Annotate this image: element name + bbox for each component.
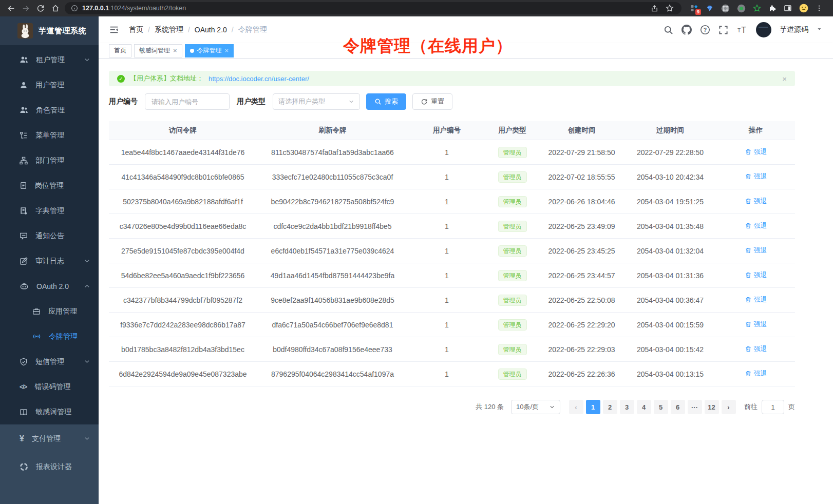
browser-menu-icon[interactable] [816, 4, 823, 12]
cell-access-token: b0d1785bc3a8482f812db4a3f3bd15ec [109, 345, 257, 354]
github-icon[interactable] [681, 25, 692, 35]
force-logout-button[interactable]: 强退 [745, 344, 767, 354]
sidebar-item-audit[interactable]: 审计日志 [0, 248, 99, 274]
sidebar-item-notice[interactable]: 通知公告 [0, 223, 99, 248]
app-icon [32, 307, 41, 316]
sidebar-item-role[interactable]: 角色管理 [0, 98, 99, 123]
table-row: 275e5de9151045fe87cbdc395e004f4de6cfd40e… [109, 239, 795, 263]
cell-expire-time: 2054-03-04 01:35:48 [624, 222, 716, 230]
force-logout-button[interactable]: 强退 [745, 369, 767, 378]
recorder-extension-icon[interactable] [737, 4, 746, 13]
profile-avatar-icon[interactable] [799, 4, 808, 13]
force-logout-button[interactable]: 强退 [745, 246, 767, 255]
post-icon [20, 182, 27, 189]
next-page-button[interactable]: › [722, 400, 736, 414]
sidebar-item-sensitive-word[interactable]: 敏感词管理 [0, 399, 99, 424]
share-icon[interactable] [649, 3, 660, 14]
tab-manager-extension-icon[interactable]: 9 [690, 4, 698, 12]
sidebar-item-tenant[interactable]: 租户管理 [0, 47, 99, 72]
gem-extension-icon[interactable] [706, 4, 714, 12]
user-type-select[interactable]: 请选择用户类型 [273, 93, 360, 110]
force-logout-button[interactable]: 强退 [745, 221, 767, 230]
page-number-button[interactable]: 4 [637, 400, 651, 414]
tab-home[interactable]: 首页 [109, 44, 131, 57]
reload-icon[interactable] [35, 3, 46, 14]
extensions-puzzle-icon[interactable] [768, 4, 777, 12]
page-number-button[interactable]: 2 [603, 400, 617, 414]
sidebar-item-post[interactable]: 岗位管理 [0, 173, 99, 198]
address-bar[interactable]: 127.0.0.1:1024/system/oauth2/token [65, 2, 681, 14]
column-header: 刷新令牌 [257, 126, 408, 135]
success-check-icon: ✓ [117, 75, 125, 83]
star-extension-icon[interactable] [753, 4, 761, 12]
page-number-button[interactable]: 5 [654, 400, 668, 414]
page-number-button[interactable]: ··· [688, 400, 702, 414]
breadcrumb-item[interactable]: OAuth 2.0 [195, 26, 227, 34]
sidebar-item-dict[interactable]: 字典管理 [0, 198, 99, 223]
user-type-tag: 管理员 [498, 147, 527, 158]
search-icon[interactable] [664, 25, 673, 35]
alert-close-icon[interactable]: × [782, 74, 787, 83]
page-number-button[interactable]: 3 [620, 400, 634, 414]
page-number-button[interactable]: 6 [671, 400, 685, 414]
goto-page-input[interactable] [762, 400, 784, 414]
text-size-icon[interactable]: TT [736, 25, 748, 34]
force-logout-button[interactable]: 强退 [745, 197, 767, 206]
breadcrumb-separator: / [232, 26, 234, 34]
sidebar-item-errcode[interactable]: </>错误码管理 [0, 374, 99, 399]
close-icon[interactable]: × [225, 47, 229, 54]
collapse-sidebar-icon[interactable] [109, 25, 119, 34]
help-icon[interactable]: ? [700, 25, 710, 35]
force-logout-button[interactable]: 强退 [745, 172, 767, 181]
fullscreen-icon[interactable] [718, 25, 728, 35]
close-icon[interactable]: × [173, 47, 177, 54]
sidebar-item-oauth2-app[interactable]: 应用管理 [0, 299, 99, 324]
app-title: 芋道管理系统 [39, 26, 86, 36]
forward-icon[interactable] [20, 3, 31, 14]
trash-icon [745, 198, 752, 205]
force-logout-button[interactable]: 强退 [745, 295, 767, 304]
username[interactable]: 芋道源码 [780, 25, 808, 34]
tab-token[interactable]: 令牌管理× [185, 44, 234, 57]
user-id-input[interactable] [145, 93, 230, 110]
user-menu-caret-icon[interactable] [817, 27, 823, 33]
reset-button[interactable]: 重置 [412, 93, 452, 110]
sidebar-item-oauth2[interactable]: OAuth 2.0 [0, 274, 99, 299]
user-type-label: 用户类型 [237, 97, 266, 106]
back-icon[interactable] [5, 3, 16, 14]
split-screen-icon[interactable] [784, 4, 792, 12]
breadcrumb-separator: / [148, 26, 150, 34]
sidebar-item-report[interactable]: 报表设计器 [0, 453, 99, 481]
cell-created-time: 2022-06-25 22:26:36 [539, 370, 624, 378]
sidebar-item-pay[interactable]: ¥支付管理 [0, 424, 99, 453]
home-icon[interactable] [50, 3, 61, 14]
cell-expire-time: 2054-03-04 00:13:15 [624, 370, 716, 378]
sidebar-item-dept[interactable]: 部门管理 [0, 148, 99, 173]
extension-badge: 9 [695, 9, 701, 15]
site-info-icon[interactable] [71, 5, 78, 12]
total-count: 共 120 条 [476, 402, 504, 412]
page-size-select[interactable]: 10条/页 [511, 400, 560, 414]
tab-sensitive-word[interactable]: 敏感词管理× [134, 44, 182, 57]
trash-icon [745, 321, 752, 328]
doc-link[interactable]: https://doc.iocoder.cn/user-center/ [209, 75, 309, 83]
cell-created-time: 2022-06-25 23:45:25 [539, 247, 624, 255]
sidebar-item-sms[interactable]: 短信管理 [0, 349, 99, 374]
page-number-button[interactable]: 1 [586, 400, 600, 414]
shortcut-extension-icon[interactable] [721, 4, 730, 13]
breadcrumb-item[interactable]: 首页 [129, 25, 143, 34]
bookmark-star-icon[interactable] [664, 3, 675, 14]
search-button[interactable]: 搜索 [366, 93, 406, 110]
force-logout-button[interactable]: 强退 [745, 147, 767, 157]
sidebar-item-menu[interactable]: 菜单管理 [0, 123, 99, 148]
chevron-down-icon [84, 435, 90, 442]
user-avatar[interactable] [756, 22, 771, 37]
prev-page-button[interactable]: ‹ [569, 400, 583, 414]
sidebar-item-user[interactable]: 用户管理 [0, 72, 99, 98]
cell-access-token: 502375b8040a469a9b82188afdf6af1f [109, 198, 257, 206]
sidebar-item-oauth2-token[interactable]: 令牌管理 [0, 324, 99, 349]
force-logout-button[interactable]: 强退 [745, 320, 767, 329]
page-number-button[interactable]: 12 [705, 400, 719, 414]
breadcrumb-item[interactable]: 系统管理 [155, 25, 183, 34]
force-logout-button[interactable]: 强退 [745, 270, 767, 280]
